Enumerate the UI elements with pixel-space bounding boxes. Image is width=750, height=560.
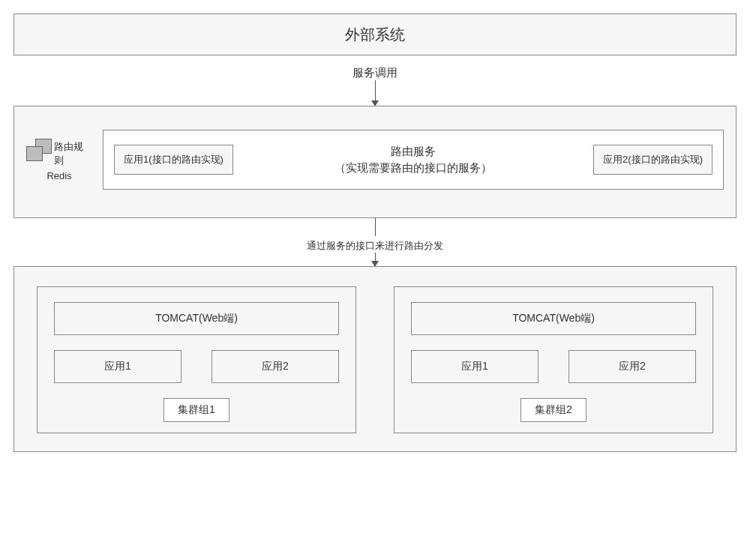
cluster2-app1: 应用1 [411, 350, 538, 383]
app2-chip: 应用2(接口的路由实现) [593, 145, 712, 175]
cluster2-label: 集群组2 [535, 403, 572, 415]
server-icon [26, 139, 51, 169]
cluster2-app2-label: 应用2 [619, 360, 646, 373]
router-service-box: 应用1(接口的路由实现) 路由服务 （实现需要路由的接口的服务） 应用2(接口的… [103, 130, 724, 190]
cluster-1: TOMCAT(Web端) 应用1 应用2 集群组1 [37, 286, 356, 433]
clusters-box: TOMCAT(Web端) 应用1 应用2 集群组1 TOMCAT(Web端) 应… [14, 266, 736, 452]
redis-name: Redis [46, 170, 71, 181]
cluster1-label-box: 集群组1 [164, 398, 230, 422]
cluster1-app1-label: 应用1 [104, 360, 131, 373]
app1-chip-label: 应用1(接口的路由实现) [124, 154, 224, 165]
cluster2-app-row: 应用1 应用2 [411, 350, 696, 383]
cluster2-app1-label: 应用1 [461, 360, 488, 373]
router-title: 路由服务 （实现需要路由的接口的服务） [248, 143, 578, 177]
arrow2-bottom [375, 253, 376, 266]
app1-chip: 应用1(接口的路由实现) [114, 145, 233, 175]
router-title-line2: （实现需要路由的接口的服务） [248, 160, 578, 177]
arrow1 [375, 80, 376, 106]
cluster1-tomcat-label: TOMCAT(Web端) [155, 312, 238, 325]
cluster1-app1: 应用1 [54, 350, 182, 383]
external-system-title: 外部系统 [345, 25, 405, 45]
routing-layer-box: 路由规则 Redis 应用1(接口的路由实现) 路由服务 （实现需要路由的接口的… [14, 106, 736, 218]
cluster1-app-row: 应用1 应用2 [54, 350, 339, 383]
external-system-box: 外部系统 [14, 13, 736, 55]
cluster1-app2-label: 应用2 [262, 360, 289, 373]
cluster2-tomcat: TOMCAT(Web端) [411, 302, 696, 335]
cluster1-app2: 应用2 [212, 350, 339, 383]
router-title-line1: 路由服务 [248, 143, 578, 160]
arrow1-label: 服务调用 [14, 66, 736, 80]
redis-block: 路由规则 Redis [26, 139, 92, 181]
cluster2-app2: 应用2 [568, 350, 696, 383]
redis-rule-label: 路由规则 [54, 140, 92, 167]
cluster2-label-box: 集群组2 [520, 398, 586, 422]
arrow2-top [375, 218, 376, 236]
cluster-2: TOMCAT(Web端) 应用1 应用2 集群组2 [394, 286, 713, 433]
app2-chip-label: 应用2(接口的路由实现) [603, 154, 703, 165]
cluster1-tomcat: TOMCAT(Web端) [54, 302, 339, 335]
arrow2-label: 通过服务的接口来进行路由分发 [14, 239, 736, 253]
cluster2-tomcat-label: TOMCAT(Web端) [512, 312, 595, 325]
cluster1-label: 集群组1 [178, 403, 215, 415]
